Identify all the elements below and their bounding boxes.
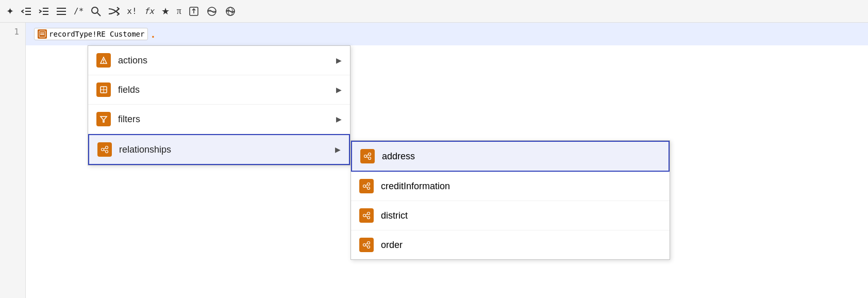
dot-separator: . bbox=[150, 29, 156, 40]
svg-line-47 bbox=[366, 216, 368, 217]
svg-point-34 bbox=[369, 153, 371, 156]
svg-point-39 bbox=[368, 183, 370, 186]
record-type-text: recordType!RE Customer bbox=[49, 30, 144, 38]
svg-point-9 bbox=[92, 7, 98, 13]
relationships-label: relationships bbox=[119, 144, 328, 155]
formula-icon[interactable]: fx bbox=[144, 6, 154, 16]
sub-item-district[interactable]: district bbox=[351, 201, 670, 230]
shuffle-icon[interactable] bbox=[108, 7, 120, 16]
address-label: address bbox=[382, 151, 415, 162]
order-label: order bbox=[381, 240, 403, 251]
svg-point-33 bbox=[364, 155, 367, 158]
svg-point-44 bbox=[368, 212, 370, 215]
menu-item-relationships[interactable]: relationships ▶ bbox=[88, 134, 350, 165]
record-type-badge: recordType!RE Customer bbox=[34, 28, 148, 40]
svg-marker-27 bbox=[101, 117, 107, 122]
record-type-icon bbox=[38, 29, 47, 39]
svg-point-30 bbox=[106, 151, 108, 153]
relationships-icon bbox=[97, 142, 112, 157]
menu-item-actions[interactable]: actions ▶ bbox=[88, 46, 350, 75]
line-numbers: 1 bbox=[0, 23, 26, 298]
actions-label: actions bbox=[118, 55, 329, 66]
order-icon bbox=[359, 238, 374, 252]
district-label: district bbox=[381, 210, 408, 221]
export-icon[interactable] bbox=[189, 6, 199, 16]
actions-icon bbox=[96, 53, 111, 68]
pi-icon[interactable]: π bbox=[177, 6, 181, 16]
svg-line-10 bbox=[97, 13, 101, 16]
svg-line-31 bbox=[104, 148, 106, 149]
svg-line-37 bbox=[367, 157, 369, 158]
filters-arrow: ▶ bbox=[336, 115, 342, 123]
svg-point-35 bbox=[369, 157, 371, 160]
svg-point-40 bbox=[368, 187, 370, 190]
svg-point-29 bbox=[106, 146, 108, 149]
svg-line-32 bbox=[104, 150, 106, 151]
wand-icon[interactable]: ✦ bbox=[6, 6, 14, 17]
address-icon bbox=[360, 149, 375, 163]
dropdown-container: actions ▶ fields ▶ filters ▶ bbox=[88, 45, 350, 165]
list-icon[interactable] bbox=[56, 7, 66, 16]
fields-label: fields bbox=[118, 85, 329, 95]
fields-icon bbox=[96, 82, 111, 97]
indent-decrease-icon[interactable] bbox=[21, 7, 31, 16]
svg-line-52 bbox=[366, 245, 368, 246]
main-dropdown-menu: actions ▶ fields ▶ filters ▶ bbox=[88, 45, 350, 165]
district-icon bbox=[359, 208, 374, 223]
toolbar: ✦ /* x! fx ★ π bbox=[0, 0, 868, 23]
menu-item-filters[interactable]: filters ▶ bbox=[88, 105, 350, 134]
code-line-1: recordType!RE Customer . bbox=[26, 23, 868, 45]
query-icon[interactable] bbox=[206, 6, 218, 16]
svg-line-51 bbox=[366, 243, 368, 244]
svg-point-45 bbox=[368, 217, 370, 219]
star-icon[interactable]: ★ bbox=[161, 6, 170, 17]
svg-point-38 bbox=[363, 185, 366, 188]
svg-line-42 bbox=[366, 187, 368, 188]
search-icon[interactable] bbox=[91, 6, 101, 16]
filters-label: filters bbox=[118, 114, 329, 125]
menu-item-fields[interactable]: fields ▶ bbox=[88, 75, 350, 105]
svg-line-41 bbox=[366, 185, 368, 186]
comment-icon[interactable]: /* bbox=[74, 6, 84, 16]
fields-arrow: ▶ bbox=[336, 86, 342, 94]
relationships-arrow: ▶ bbox=[335, 145, 341, 154]
format-x-icon[interactable]: x! bbox=[127, 6, 137, 16]
creditinformation-label: creditInformation bbox=[381, 181, 450, 192]
code-content: recordType!RE Customer . actions ▶ bbox=[26, 23, 868, 298]
svg-point-43 bbox=[363, 214, 366, 217]
indent-increase-icon[interactable] bbox=[39, 7, 49, 16]
svg-point-48 bbox=[363, 244, 366, 246]
svg-rect-18 bbox=[39, 31, 45, 37]
globe-icon[interactable] bbox=[225, 6, 236, 16]
filters-icon bbox=[96, 112, 111, 126]
sub-item-creditinformation[interactable]: creditInformation bbox=[351, 172, 670, 201]
svg-point-49 bbox=[368, 242, 370, 244]
sub-menu: address creditInformation district bbox=[350, 140, 670, 260]
sub-item-order[interactable]: order bbox=[351, 230, 670, 259]
svg-line-36 bbox=[367, 155, 369, 156]
svg-point-23 bbox=[103, 62, 104, 63]
creditinformation-icon bbox=[359, 179, 374, 193]
actions-arrow: ▶ bbox=[336, 56, 342, 64]
svg-point-50 bbox=[368, 246, 370, 249]
svg-point-28 bbox=[102, 148, 104, 151]
svg-line-46 bbox=[366, 214, 368, 215]
sub-item-address[interactable]: address bbox=[351, 141, 670, 172]
editor-area: 1 recordType!RE Customer . actions ▶ bbox=[0, 23, 868, 298]
line-number-1: 1 bbox=[6, 27, 19, 37]
